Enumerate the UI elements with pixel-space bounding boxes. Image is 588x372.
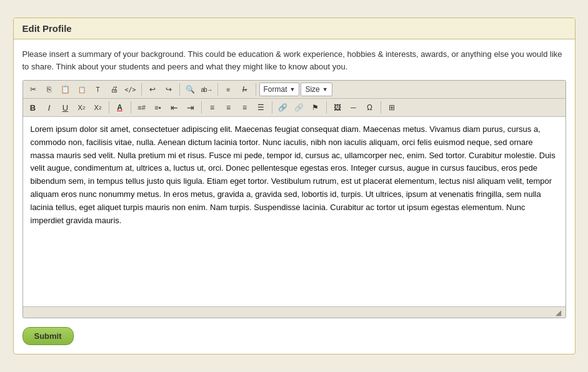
table-button[interactable]: ⊞ xyxy=(384,101,399,114)
toolbar-row-1: ✂ ⎘ 📋 📋 T 🖨 </> ↩ ↪ 🔍 xyxy=(23,81,566,99)
paste-special-button[interactable]: 📋 xyxy=(74,83,89,96)
select-all-button[interactable]: ≡ xyxy=(221,83,236,96)
panel-title: Edit Profile xyxy=(14,18,575,39)
replace-button[interactable]: ab→ xyxy=(199,83,214,96)
description-text: Please insert a summary of your backgrou… xyxy=(22,48,566,73)
image-button[interactable]: 🖼 xyxy=(330,101,345,114)
align-left-button[interactable]: ≡ xyxy=(205,101,220,114)
redo-button[interactable]: ↪ xyxy=(161,83,176,96)
submit-button[interactable]: Submit xyxy=(22,327,74,345)
subscript-button[interactable]: X2 xyxy=(74,101,89,114)
format-arrow-icon: ▼ xyxy=(290,86,296,93)
copy-button[interactable]: ⎘ xyxy=(42,83,57,96)
bold-button[interactable]: B xyxy=(26,101,41,114)
undo-button[interactable]: ↩ xyxy=(145,83,160,96)
toolbar-row-2: B I U X2 X2 A ≡# ≡• ⇤ ⇥ xyxy=(23,99,566,117)
paste-text-button[interactable]: T xyxy=(91,83,106,96)
justify-button[interactable]: ☰ xyxy=(254,101,269,114)
find-button[interactable]: 🔍 xyxy=(183,83,198,96)
separator-9 xyxy=(326,101,327,114)
remove-format-button[interactable]: Ix xyxy=(237,83,252,96)
size-arrow-icon: ▼ xyxy=(322,86,328,93)
resize-handle-icon[interactable]: ◢ xyxy=(556,308,564,317)
font-color-button[interactable]: A xyxy=(112,101,127,114)
separator-5 xyxy=(109,101,109,114)
ordered-list-button[interactable]: ≡# xyxy=(134,101,149,114)
underline-button[interactable]: U xyxy=(58,101,73,114)
separator-1 xyxy=(141,83,142,96)
hr-button[interactable]: ─ xyxy=(346,101,361,114)
size-label: Size xyxy=(305,85,319,94)
editor-statusbar: ◢ xyxy=(23,306,566,318)
source-button[interactable]: </> xyxy=(123,83,138,96)
unlink-button[interactable]: 🔗 xyxy=(292,101,307,114)
separator-7 xyxy=(201,101,202,114)
special-char-button[interactable]: Ω xyxy=(362,101,377,114)
align-right-button[interactable]: ≡ xyxy=(237,101,252,114)
panel-body: Please insert a summary of your backgrou… xyxy=(14,39,575,354)
paste-button[interactable]: 📋 xyxy=(58,83,73,96)
decrease-indent-button[interactable]: ⇤ xyxy=(167,101,182,114)
format-label: Format xyxy=(264,85,287,94)
link-button[interactable]: 🔗 xyxy=(276,101,291,114)
separator-8 xyxy=(272,101,272,114)
size-dropdown[interactable]: Size ▼ xyxy=(301,83,332,96)
rich-text-editor: ✂ ⎘ 📋 📋 T 🖨 </> ↩ ↪ 🔍 xyxy=(22,80,566,318)
separator-3 xyxy=(217,83,218,96)
separator-10 xyxy=(381,101,381,114)
align-center-button[interactable]: ≡ xyxy=(221,101,236,114)
edit-profile-panel: Edit Profile Please insert a summary of … xyxy=(13,18,576,354)
separator-4 xyxy=(256,83,256,96)
superscript-button[interactable]: X2 xyxy=(91,101,106,114)
anchor-button[interactable]: ⚑ xyxy=(308,101,323,114)
separator-6 xyxy=(131,101,131,114)
cut-button[interactable]: ✂ xyxy=(26,83,41,96)
increase-indent-button[interactable]: ⇥ xyxy=(183,101,198,114)
format-dropdown[interactable]: Format ▼ xyxy=(259,83,300,96)
italic-button[interactable]: I xyxy=(42,101,57,114)
unordered-list-button[interactable]: ≡• xyxy=(151,101,166,114)
separator-2 xyxy=(179,83,180,96)
print-button[interactable]: 🖨 xyxy=(107,83,122,96)
editor-textarea[interactable]: Lorem ipsum dolor sit amet, consectetuer… xyxy=(23,117,566,304)
